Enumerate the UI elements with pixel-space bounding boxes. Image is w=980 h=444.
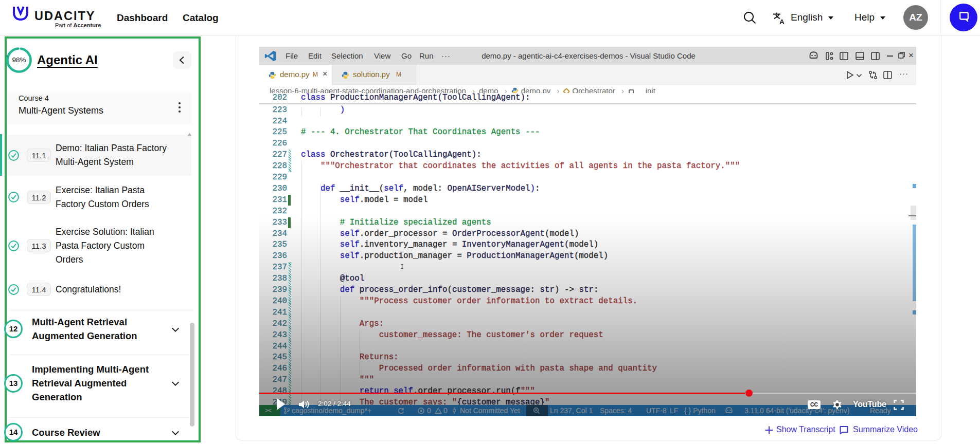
svg-text:A: A xyxy=(779,18,785,25)
